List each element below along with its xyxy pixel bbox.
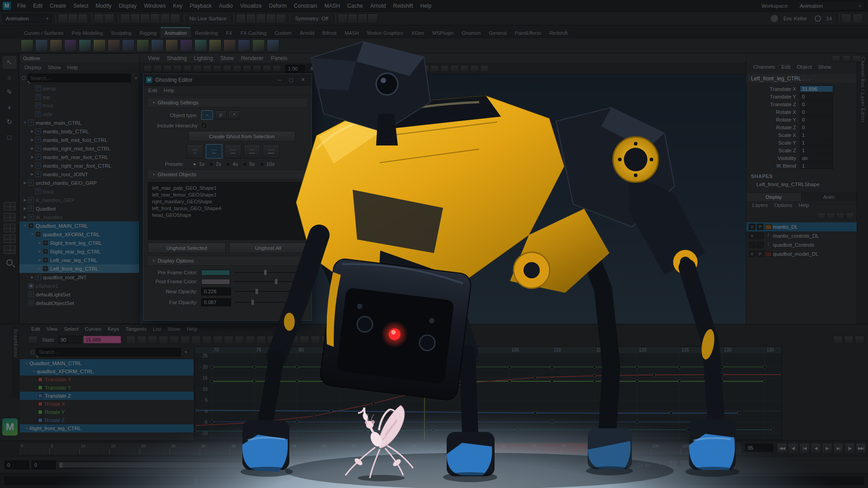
animation-end-field[interactable]: 120: [577, 460, 601, 469]
ghosted-object-right-maxillary-geoshape[interactable]: right_maxillary_GEOShape: [148, 198, 307, 205]
layer-visibility-toggle[interactable]: [749, 242, 755, 248]
pre-frame-color-swatch[interactable]: [201, 270, 230, 276]
menubar-item-playback[interactable]: Playback: [186, 3, 216, 9]
tree-toggle-icon[interactable]: ▶: [22, 215, 28, 219]
step-forward-key-button[interactable]: ▶|: [833, 443, 844, 454]
insert-keys-icon[interactable]: [137, 336, 146, 344]
animation-start-field[interactable]: 0: [5, 460, 29, 469]
viewport-menu-view[interactable]: View: [144, 55, 163, 61]
tree-toggle-icon[interactable]: ▶: [29, 146, 35, 150]
pose-editor-icon[interactable]: [151, 39, 164, 52]
step-back-frame-button[interactable]: ◀|: [788, 443, 798, 454]
multisample-aa-icon[interactable]: [450, 65, 459, 72]
ge-outliner-item-rotate-x[interactable]: Rotate X: [20, 400, 193, 408]
tree-toggle-icon[interactable]: ▼: [24, 427, 29, 431]
layer-visibility-toggle[interactable]: V: [749, 224, 755, 230]
move-layer-down-icon[interactable]: [827, 212, 835, 220]
history-icon[interactable]: [841, 14, 851, 23]
menubar-item-create[interactable]: Create: [46, 3, 70, 9]
bookmarks-icon[interactable]: [173, 65, 182, 72]
step-back-key-button[interactable]: |◀: [799, 443, 810, 454]
shelf-tab-motion-graphics[interactable]: Motion Graphics: [363, 28, 407, 38]
playblast-icon[interactable]: [93, 39, 106, 52]
motion-blur-icon[interactable]: [440, 65, 449, 72]
2d-pan-zoom-icon[interactable]: [193, 65, 202, 72]
playback-speed-icon[interactable]: [668, 460, 678, 470]
outliner-item-mantis-right-rear-foot-ctrl[interactable]: ▶~mantis_right_rear_foot_CTRL: [19, 161, 139, 170]
channel-value-field[interactable]: 1: [800, 131, 833, 138]
channel-filter-icon[interactable]: [28, 336, 38, 344]
textured-icon[interactable]: [401, 65, 409, 72]
channel-value-field[interactable]: 1: [800, 147, 833, 154]
tree-toggle-icon[interactable]: ▶: [29, 155, 35, 159]
unghost-selected-button[interactable]: Unghost Selected: [148, 243, 226, 253]
use-all-lights-icon[interactable]: [410, 65, 419, 72]
shelf-tab-arnold[interactable]: Arnold: [296, 28, 318, 38]
select-tool-icon[interactable]: ↖: [3, 56, 16, 69]
gate-mask-icon[interactable]: [213, 65, 222, 72]
film-gate-icon[interactable]: [223, 65, 231, 72]
channel-value-field[interactable]: 1: [800, 139, 833, 146]
snap-to-view-plane-icon[interactable]: [160, 14, 170, 23]
spline-tangent-icon[interactable]: [159, 336, 168, 344]
auto-key-icon[interactable]: [715, 460, 725, 470]
undo-icon[interactable]: [94, 14, 104, 23]
shelf-tab-custom[interactable]: Custom: [270, 28, 296, 38]
symmetry-settings-icon[interactable]: [358, 14, 368, 23]
graph-editor-menu-keys[interactable]: Keys: [104, 326, 123, 332]
go-to-start-button[interactable]: |◀◀: [777, 443, 787, 454]
oversampling-icon[interactable]: [203, 65, 212, 72]
animation-preferences-icon[interactable]: [727, 460, 737, 470]
range-slider-track[interactable]: [59, 461, 547, 469]
layer-visibility-toggle[interactable]: V: [749, 251, 755, 257]
menubar-item-deform[interactable]: Deform: [265, 3, 290, 9]
lock-tangent-weight-icon[interactable]: [289, 336, 298, 344]
menubar-item-file[interactable]: File: [14, 3, 29, 9]
ghosted-object-head-geoshape[interactable]: head_GEOShape: [148, 211, 307, 218]
safe-title-icon[interactable]: [263, 65, 271, 72]
open-scene-icon[interactable]: [68, 14, 78, 23]
outliner-item-ik-handles[interactable]: ▶○IK_Handles: [19, 213, 139, 221]
ghosting-icon[interactable]: [122, 39, 135, 52]
ghost-keys-only-icon[interactable]: //: [215, 110, 226, 120]
cluster-icon[interactable]: [223, 39, 236, 52]
range-end-handle[interactable]: [543, 462, 547, 468]
menubar-item-mash[interactable]: MASH: [321, 3, 344, 9]
menubar-item-key[interactable]: Key: [170, 3, 186, 9]
menubar-item-select[interactable]: Select: [70, 3, 92, 9]
menubar-item-display[interactable]: Display: [115, 3, 140, 9]
chevron-down-icon[interactable]: ▾: [135, 76, 137, 80]
ge-outliner-item-quadbot-main-ctrl[interactable]: ▼Quadbot_MAIN_CTRL: [20, 359, 193, 367]
tree-toggle-icon[interactable]: ▶: [37, 249, 42, 253]
fps-label[interactable]: 24 fps: [634, 462, 654, 468]
set-breakdown-icon[interactable]: [79, 39, 91, 52]
move-tool-icon[interactable]: +: [3, 101, 16, 113]
field-chart-icon[interactable]: [243, 65, 251, 72]
channel-box-node-name[interactable]: Left_front_leg_CTRL . . .: [746, 74, 857, 83]
tree-toggle-icon[interactable]: ▶: [37, 267, 42, 271]
camera-attributes-icon[interactable]: [163, 65, 172, 72]
new-empty-layer-icon[interactable]: [836, 212, 844, 220]
ghost-keyframes-icon[interactable]: ~: [201, 110, 213, 120]
stats-value-field[interactable]: 15.089: [83, 336, 121, 343]
graph-editor-menu-show[interactable]: Show: [164, 326, 184, 332]
new-layer-from-selected-icon[interactable]: [846, 212, 854, 220]
tree-toggle-icon[interactable]: ▼: [31, 370, 37, 374]
ghosted-object-left-rear-femur-geoshape1[interactable]: left_rear_femur_GEOShape1: [148, 191, 307, 198]
outliner-item-ik-handles-grp[interactable]: ▶○ik_handles_GRP: [19, 196, 139, 204]
ik-handle-icon[interactable]: [209, 39, 222, 52]
graph-editor-icon[interactable]: [21, 39, 33, 52]
tree-toggle-icon[interactable]: ▼: [29, 232, 35, 236]
radio-button[interactable]: [209, 162, 214, 167]
shelf-tab-fx-caching[interactable]: FX Caching: [236, 28, 270, 38]
outliner-persp-layout-icon[interactable]: [4, 245, 15, 254]
auto-tangent-icon[interactable]: [224, 336, 233, 344]
outliner-item-defaultlightset[interactable]: ◇defaultLightSet: [19, 290, 139, 299]
outliner-search-input[interactable]: [28, 74, 131, 82]
near-opacity-field[interactable]: 0.228: [201, 287, 231, 296]
radio-button[interactable]: [226, 162, 231, 167]
graph-editor-menu-edit[interactable]: Edit: [28, 326, 43, 332]
image-plane-icon[interactable]: [183, 65, 192, 72]
near-opacity-slider[interactable]: [235, 288, 302, 295]
chevron-down-icon[interactable]: ▾: [184, 350, 187, 354]
